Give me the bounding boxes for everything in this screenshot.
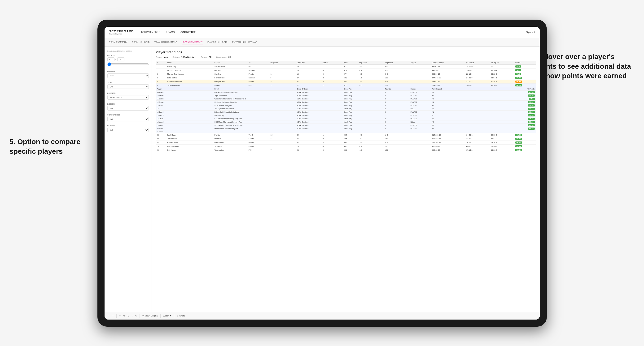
points-badge[interactable]: 60.27 <box>515 138 522 140</box>
sidebar: Update time: 27/01/2024 16:56:26 No Rds.… <box>104 46 152 312</box>
gender-select[interactable]: Men Women <box>107 73 149 78</box>
sign-out-button[interactable]: Sign out <box>526 31 535 33</box>
w-points-badge: 66.38 <box>528 124 535 126</box>
zoom-out-button[interactable]: ⊖ <box>128 315 129 317</box>
points-badge[interactable]: 60.58 <box>515 134 522 136</box>
no-rds-range: – <box>107 57 149 61</box>
sidebar-year: Year (All) <box>107 81 149 89</box>
filter-gender: Gender: Men <box>156 56 168 58</box>
w-points-badge: 46.7 <box>529 98 535 100</box>
left-annotation: 5. Option to compare specific players <box>10 137 90 156</box>
logo-powered: Powered by clippi <box>109 33 134 35</box>
watch-chevron-icon: ▼ <box>170 315 172 317</box>
points-badge[interactable]: 60.49 <box>515 81 522 83</box>
region-label: Region <box>107 103 149 105</box>
subnav-player-h2h-grid[interactable]: PLAYER H2H GRID <box>208 40 228 44</box>
table-row[interactable]: 4 Luke Claton Florida State Second 5 27 … <box>156 76 536 80</box>
table-body: 1 Wenyi Ding Arizona State First 1 15 1 … <box>156 64 536 152</box>
subnav-team-summary[interactable]: TEAM SUMMARY <box>109 40 128 44</box>
share-icon: ⇪ <box>177 315 178 317</box>
conference-select[interactable]: (All) <box>107 117 149 121</box>
table-row[interactable]: 3 Michael Thorbjornsen Stanford Fourth 1… <box>156 72 536 76</box>
share-label: Share <box>179 315 185 317</box>
expanded-row: 20 Mattt Mirabel Maui Jim Intercollegiat… <box>156 127 536 130</box>
view-original-button[interactable]: 👁 View: Original <box>142 315 158 317</box>
expanded-row: 11 Gorrik Wake Forest Invitational at Pi… <box>156 97 536 100</box>
expanded-row: 18 Luke I SEC Match Play hosted by Jerry… <box>156 120 536 124</box>
refresh-button[interactable]: ↺ <box>119 315 121 317</box>
points-badge[interactable]: 38.49 <box>515 149 522 151</box>
expanded-row: 19 Tiger SEC Stroke Play hosted by Jerry… <box>156 124 536 127</box>
timer-button[interactable]: ⏱ <box>135 315 137 317</box>
top-nav-items: TOURNAMENTS TEAMS COMMITTEE <box>141 30 523 34</box>
share-button[interactable]: ⇪ Share <box>177 315 185 317</box>
w-points-badge: 16.50 <box>528 111 535 113</box>
subnav-team-h2h-heatmap[interactable]: TEAM H2H HEATMAP <box>154 40 177 44</box>
expanded-row: 17 David SEC Match Play hosted by Jerry … <box>156 117 536 120</box>
w-points-badge: 66.40 <box>528 128 535 130</box>
points-badge[interactable]: 60.02 <box>515 142 522 144</box>
logo-area: SCOREBOARD Powered by clippi <box>109 29 134 35</box>
filter-gender-value: Men <box>164 56 168 58</box>
col-no-rds: No Rds. <box>322 61 342 64</box>
top-nav-right: | Sign out <box>523 31 535 33</box>
download-button[interactable]: ↓ <box>132 315 133 317</box>
filter-region: Region: All <box>201 56 212 58</box>
subnav-player-summary[interactable]: PLAYER SUMMARY <box>182 40 203 44</box>
watch-button[interactable]: Watch ▼ <box>163 315 172 317</box>
table-row[interactable]: 22 Ian Gilligan Florida Third 10 24 1 68… <box>156 133 536 137</box>
table-row[interactable]: 1 Wenyi Ding Arizona State First 1 15 1 … <box>156 64 536 68</box>
year-select[interactable]: (All) <box>107 84 149 89</box>
col-overall: Overall Record <box>431 61 465 64</box>
sidebar-player: Player (All) <box>107 125 149 132</box>
w-points-badge: 25.38 <box>528 118 535 120</box>
subnav-team-h2h-grid[interactable]: TEAM H2H GRID <box>132 40 150 44</box>
sub-nav: TEAM SUMMARY TEAM H2H GRID TEAM H2H HEAT… <box>104 38 540 46</box>
points-badge[interactable]: 60.54 <box>515 77 522 79</box>
undo-button[interactable]: ← <box>107 315 110 317</box>
col-wins: Wins <box>342 61 358 64</box>
points-badge[interactable]: 76.2 <box>515 69 521 71</box>
expanded-row: 12 Brenn Southern Highlands Collegiate N… <box>156 100 536 104</box>
redo-button[interactable]: → <box>112 315 114 317</box>
points-badge[interactable]: 88.2 <box>515 65 521 68</box>
col-vs-top25: Vs Top 25 <box>465 61 490 64</box>
col-conf-rank: Conf Rank <box>296 61 322 64</box>
nav-tournaments[interactable]: TOURNAMENTS <box>141 30 160 34</box>
table-row[interactable]: 23 Jack Lundin Missouri Fourth 11 24 0 6… <box>156 137 536 141</box>
sidebar-gender: Gender Men Women <box>107 70 149 78</box>
gender-label: Gender <box>107 70 149 72</box>
table-row[interactable]: 2 Michael La Sasso Ole Miss Second 1 18 … <box>156 68 536 72</box>
filter-division: Division: NCAA Division I <box>172 56 196 58</box>
points-badge[interactable]: 39.95 <box>515 145 522 147</box>
w-points-badge: 37.57 <box>528 104 535 107</box>
table-row[interactable]: 25 Cole Sherwood Vanderbilt Fourth 12 23… <box>156 144 536 148</box>
region-select[interactable]: N/A <box>107 106 149 111</box>
sidebar-conference: Conference (All) <box>107 114 149 121</box>
watch-label: Watch <box>163 315 169 317</box>
col-avg-to-par: Avg to Par <box>384 61 410 64</box>
points-badge[interactable]: 70.2 <box>515 73 521 75</box>
points-badge[interactable]: 68.18 <box>515 84 522 86</box>
w-points-badge: 43.64 <box>528 91 535 93</box>
no-rds-min-input[interactable] <box>107 57 114 61</box>
nav-committee[interactable]: COMMITTEE <box>180 30 196 34</box>
subnav-player-h2h-heatmap[interactable]: PLAYER H2H HEATMAP <box>232 40 257 44</box>
top-nav: SCOREBOARD Powered by clippi TOURNAMENTS… <box>104 27 540 38</box>
table-row[interactable]: 6 Jackson Kolson Auburn First 2 27 1 87.… <box>156 83 536 87</box>
table-area: Player Standings Gender: Men Division: N… <box>152 46 540 312</box>
no-rds-label: No Rds. <box>107 54 149 56</box>
no-rds-slider[interactable] <box>107 62 149 66</box>
table-row[interactable]: 24 Bastien Amat New Mexico Fourth 1 27 2… <box>156 141 536 144</box>
filter-division-value: NCAA Division I <box>181 56 196 58</box>
no-rds-max-input[interactable] <box>117 57 124 61</box>
year-label: Year <box>107 81 149 83</box>
conference-label: Conference <box>107 114 149 116</box>
player-select[interactable]: (All) <box>107 128 149 132</box>
nav-teams[interactable]: TEAMS <box>166 30 175 34</box>
zoom-in-button[interactable]: ⊕ <box>123 315 125 317</box>
division-select[interactable]: NCAA Division I <box>107 95 149 100</box>
table-row[interactable]: 5 Christo Lamprecht Georgia Tech Fourth … <box>156 80 536 83</box>
w-points-badge: 73.33 <box>528 101 535 103</box>
table-row[interactable]: 26 Petr Hruby Washington Fifth 7 23 0 68… <box>156 148 536 152</box>
